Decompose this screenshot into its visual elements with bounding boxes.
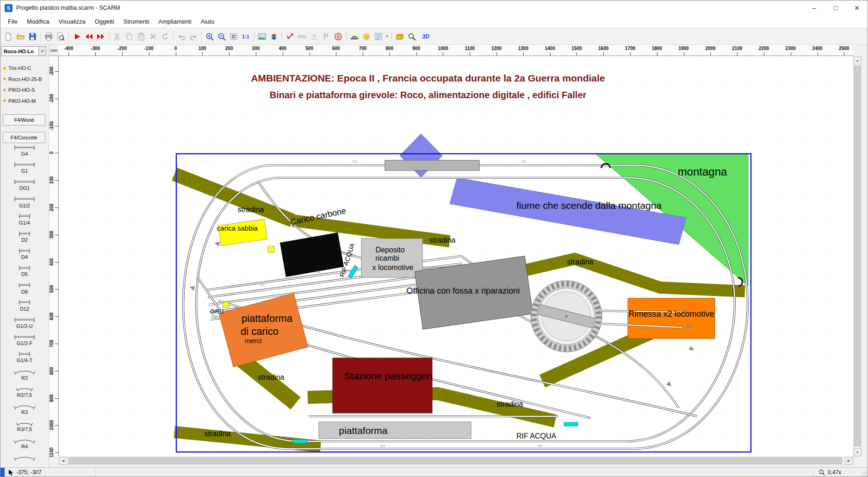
menu-item-strumenti[interactable]: Strumenti	[119, 16, 154, 27]
menu-item-ampliamenti[interactable]: Ampliamenti	[154, 16, 196, 27]
road-3[interactable]	[510, 259, 745, 291]
layout-canvas-svg[interactable]: G1G1G1G1G1G1 AMBIENTAZIONE: Epoca II , F…	[59, 56, 853, 457]
snapshot-button[interactable]	[256, 31, 268, 43]
piece-item-r3-7-5[interactable]: R3/7,5	[0, 420, 49, 437]
open-file-button[interactable]	[14, 31, 26, 43]
stradina-label-4[interactable]: stradina	[258, 373, 285, 381]
water-refill-2[interactable]	[564, 422, 578, 426]
stradina-label-3[interactable]: stradina	[567, 258, 594, 266]
sand-loading-building[interactable]	[218, 219, 267, 246]
view-3d-button[interactable]: 3D	[418, 31, 434, 43]
bridge[interactable]	[385, 160, 479, 170]
menu-item-visualizza[interactable]: Visualizza	[54, 16, 90, 27]
horizontal-scrollbar-thumb[interactable]	[68, 458, 842, 464]
new-file-button[interactable]	[2, 31, 14, 43]
deposito-label-2[interactable]: ricambi	[375, 254, 399, 262]
fiume-label[interactable]: fiume che scende dalla montagna	[516, 200, 662, 211]
stradina-label-6[interactable]: stradina	[205, 430, 231, 438]
stazione-label[interactable]: Stazione passeggeri	[344, 370, 432, 381]
deposito-label-3[interactable]: x locomotive	[372, 264, 414, 271]
save-file-button[interactable]	[26, 31, 38, 43]
chevron-down-icon[interactable]: ▼	[38, 47, 46, 56]
bridge-button[interactable]	[348, 31, 360, 43]
menu-item-file[interactable]: File	[3, 16, 22, 27]
officina-label[interactable]: Officina con fossa x riparazioni	[407, 286, 520, 295]
library-item-roco-ho-25-b[interactable]: ★Roco-HO-25-B	[2, 75, 42, 84]
flag-button[interactable]	[320, 31, 332, 43]
parts-list-button[interactable]	[372, 31, 384, 43]
vertical-scrollbar[interactable]: ▲ ▼	[853, 56, 862, 457]
copy-button[interactable]	[123, 31, 135, 43]
carica-sabbia-label[interactable]: carica sabbia	[217, 224, 258, 232]
scroll-right-button[interactable]: ▶	[845, 457, 853, 464]
run-trains-button[interactable]	[71, 31, 83, 43]
ambientazione-line1[interactable]: AMBIENTAZIONE: Epoca II , Francia occupa…	[251, 73, 605, 83]
piece-item-g1-2-f[interactable]: G1/2-F	[0, 333, 49, 351]
water-refill-3[interactable]	[293, 439, 307, 443]
scroll-left-button[interactable]: ◀	[59, 457, 67, 464]
menu-item-modifica[interactable]: Modifica	[22, 16, 54, 27]
step-back-button[interactable]	[83, 31, 95, 43]
piece-item-d5[interactable]: D5	[0, 264, 49, 282]
piece-item-g4[interactable]: G4	[0, 144, 49, 161]
heights-button[interactable]: h	[308, 31, 320, 43]
piece-item-d4[interactable]: D4	[0, 247, 49, 264]
close-button[interactable]: ×	[846, 0, 868, 15]
track-end-button[interactable]	[284, 31, 296, 43]
piece-item-g1-4-t[interactable]: G1/4-T	[0, 351, 49, 368]
sand-small-box[interactable]	[268, 246, 274, 252]
piattaforma-carico-label-2[interactable]: di carico	[241, 326, 279, 337]
redo-button[interactable]	[187, 31, 199, 43]
step-forward-button[interactable]	[95, 31, 107, 43]
rif-acqua-label-2[interactable]: RIF ACQUA	[516, 432, 557, 440]
coal-loading-building[interactable]	[280, 233, 344, 277]
piattaforma-label[interactable]: piattaforma	[339, 425, 387, 436]
scroll-up-button[interactable]: ▲	[854, 56, 861, 64]
scroll-down-button[interactable]: ▼	[854, 448, 861, 456]
piattaforma-carico-label-1[interactable]: piattaforma	[242, 313, 293, 324]
montagna-label[interactable]: montagna	[678, 165, 727, 178]
piece-item-g1-2-u[interactable]: G1/2-U	[0, 316, 49, 333]
piece-item-next[interactable]	[0, 454, 49, 467]
menu-item-oggetti[interactable]: Oggetti	[90, 16, 119, 27]
piece-item-dg1[interactable]: DG1	[0, 178, 49, 195]
piece-item-r2-7-5[interactable]: R2/7,5	[0, 385, 49, 402]
minimize-button[interactable]: –	[804, 0, 825, 15]
zoom-actual-button[interactable]: 1:1	[240, 31, 252, 43]
piece-item-d2[interactable]: D2	[0, 230, 49, 247]
drawing-canvas[interactable]: G1G1G1G1G1G1 AMBIENTAZIONE: Epoca II , F…	[59, 56, 853, 457]
piece-item-r3[interactable]: R3	[0, 402, 49, 420]
wagon-button[interactable]	[394, 31, 406, 43]
stazione-building[interactable]	[333, 358, 432, 413]
piece-item-d8[interactable]: D8	[0, 282, 49, 299]
gru-label[interactable]: GRU	[211, 308, 224, 315]
undo-button[interactable]	[175, 31, 187, 43]
stradina-label-5[interactable]: stradina	[497, 400, 523, 408]
zoom-in-button[interactable]	[204, 31, 216, 43]
rotate-button[interactable]	[159, 31, 171, 43]
stradina-label-2[interactable]: stradina	[429, 236, 456, 244]
layers-button[interactable]	[268, 31, 280, 43]
resize-grip[interactable]	[862, 471, 868, 477]
menu-item-aiuto[interactable]: Aiuto	[196, 16, 219, 27]
piece-item-d12[interactable]: D12	[0, 299, 49, 316]
piece-item-g1-2[interactable]: G1/2	[0, 196, 49, 213]
library-selector[interactable]: Roco-HO-Ln ▼	[1, 46, 46, 56]
piattaforma-carico-label-3[interactable]: merci	[245, 337, 262, 345]
print-button[interactable]	[43, 31, 55, 43]
highlight-button[interactable]	[360, 31, 372, 43]
zoom-out-button[interactable]	[216, 31, 228, 43]
zero-point-button[interactable]: 0	[332, 31, 344, 43]
turntable[interactable]	[531, 281, 602, 352]
vertical-scrollbar-thumb[interactable]	[854, 66, 861, 446]
measure-button[interactable]	[296, 31, 308, 43]
gru-box[interactable]	[223, 302, 229, 308]
ambientazione-line2[interactable]: Binari e piattaforma girevole: Roco, ali…	[270, 90, 587, 100]
zoom-extents-button[interactable]	[228, 31, 240, 43]
delete-button[interactable]	[147, 31, 159, 43]
piece-item-r4[interactable]: R4	[0, 437, 49, 454]
print-preview-button[interactable]	[55, 31, 67, 43]
rimessa-label[interactable]: Rimessa x2 locomotive	[628, 309, 714, 319]
deposito-label-1[interactable]: Deposito	[375, 246, 404, 254]
paste-button[interactable]	[135, 31, 147, 43]
